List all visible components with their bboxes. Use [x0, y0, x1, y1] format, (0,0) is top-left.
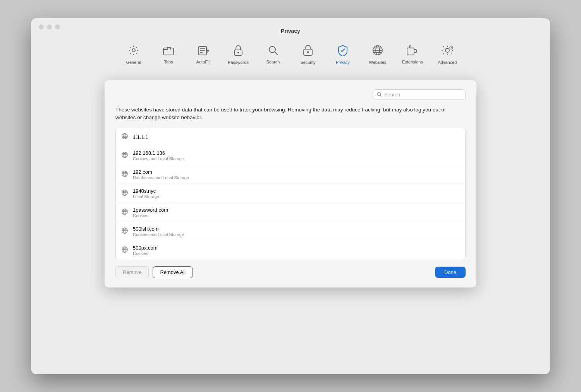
toolbar-item-advanced[interactable]: Advanced: [430, 42, 465, 67]
site-info: 500ish.comCookies and Local Storage: [133, 226, 184, 237]
toolbar-item-websites[interactable]: Websites: [360, 42, 395, 67]
toolbar-label-search: Search: [266, 60, 280, 64]
advanced-icon: [441, 45, 454, 58]
site-subtitle: Cookies: [133, 251, 158, 256]
window-title: Privacy: [281, 28, 300, 34]
list-item[interactable]: 192.comDatabases and Local Storage: [116, 165, 465, 184]
site-info: 1940s.nycLocal Storage: [133, 188, 159, 199]
site-name: 192.168.1.136: [133, 150, 184, 156]
toolbar-label-security: Security: [300, 60, 316, 65]
traffic-lights: [39, 24, 60, 29]
remove-all-button[interactable]: Remove All: [153, 266, 193, 278]
gear-icon: [128, 45, 139, 58]
toolbar-item-tabs[interactable]: Tabs: [151, 43, 186, 67]
svg-point-11: [307, 51, 309, 53]
security-icon: [303, 45, 313, 58]
toolbar-label-advanced: Advanced: [438, 60, 457, 65]
zoom-button[interactable]: [55, 24, 60, 29]
site-info: 192.comDatabases and Local Storage: [133, 169, 189, 180]
globe-icon: [121, 208, 128, 217]
toolbar: General Tabs Auto: [31, 38, 550, 72]
toolbar-item-privacy[interactable]: Privacy: [325, 42, 360, 67]
globe-icon: [121, 170, 128, 179]
site-name: 500ish.com: [133, 226, 184, 232]
site-name: 500px.com: [133, 245, 158, 251]
toolbar-item-security[interactable]: Security: [290, 42, 325, 67]
toolbar-label-passwords: Passwords: [228, 60, 249, 65]
done-button[interactable]: Done: [435, 267, 466, 278]
list-item[interactable]: 500px.comCookies: [116, 241, 465, 260]
globe-icon: [121, 151, 128, 160]
sites-list[interactable]: 1.1.1.1 192.168.1.136Cookies and Local S…: [115, 128, 466, 260]
search-input[interactable]: [384, 92, 461, 98]
site-subtitle: Databases and Local Storage: [133, 175, 189, 180]
site-info: 192.168.1.136Cookies and Local Storage: [133, 150, 184, 161]
list-item[interactable]: 1password.comCookies: [116, 203, 465, 222]
toolbar-label-tabs: Tabs: [164, 60, 173, 64]
passwords-icon: [234, 45, 243, 58]
list-item[interactable]: 500ish.comCookies and Local Storage: [116, 222, 465, 241]
site-info: 1password.comCookies: [133, 207, 168, 218]
site-subtitle: Local Storage: [133, 194, 159, 199]
toolbar-item-passwords[interactable]: Passwords: [221, 42, 256, 67]
toolbar-label-extensions: Extensions: [402, 60, 423, 64]
footer-right: Done: [435, 267, 466, 278]
browser-window: Privacy General Tabs: [31, 18, 550, 374]
svg-point-19: [450, 46, 453, 49]
toolbar-label-autofill: AutoFill: [196, 60, 211, 64]
site-name: 192.com: [133, 169, 189, 175]
content-area: These websites have stored data that can…: [31, 72, 550, 374]
remove-button[interactable]: Remove: [115, 266, 149, 278]
list-item[interactable]: 192.168.1.136Cookies and Local Storage: [116, 146, 465, 165]
search-toolbar-icon: [268, 45, 278, 58]
svg-point-18: [445, 48, 449, 52]
websites-icon: [372, 45, 383, 58]
globe-icon: [121, 189, 128, 198]
privacy-modal: These websites have stored data that can…: [105, 80, 476, 288]
site-info: 500px.comCookies: [133, 245, 158, 256]
search-box[interactable]: [373, 89, 466, 100]
toolbar-label-websites: Websites: [369, 60, 386, 65]
description-text: These websites have stored data that can…: [115, 106, 466, 122]
site-subtitle: Cookies: [133, 213, 168, 218]
toolbar-item-search[interactable]: Search: [256, 43, 290, 67]
modal-search-row: [115, 89, 466, 100]
extensions-icon: [406, 45, 419, 58]
site-subtitle: Cookies and Local Storage: [133, 156, 184, 161]
svg-line-21: [380, 95, 382, 96]
svg-point-20: [377, 92, 380, 96]
svg-rect-17: [407, 48, 414, 55]
toolbar-label-privacy: Privacy: [336, 60, 350, 65]
svg-point-7: [237, 52, 239, 53]
svg-point-0: [132, 49, 135, 52]
autofill-icon: [198, 45, 209, 58]
list-item[interactable]: 1940s.nycLocal Storage: [116, 184, 465, 203]
search-icon: [377, 92, 382, 97]
close-button[interactable]: [39, 24, 44, 29]
svg-line-9: [275, 52, 278, 55]
minimize-button[interactable]: [47, 24, 52, 29]
svg-point-8: [269, 46, 275, 53]
privacy-icon: [337, 45, 348, 58]
title-bar: Privacy: [31, 18, 550, 38]
svg-rect-1: [163, 48, 174, 55]
modal-footer: Remove Remove All Done: [115, 266, 466, 278]
site-name: 1.1.1.1: [133, 134, 148, 140]
site-name: 1password.com: [133, 207, 168, 213]
site-info: 1.1.1.1: [133, 134, 148, 140]
globe-icon: [121, 246, 128, 255]
globe-icon: [121, 227, 128, 236]
site-subtitle: Cookies and Local Storage: [133, 232, 184, 237]
globe-icon: [121, 133, 128, 141]
toolbar-label-general: General: [126, 60, 141, 65]
tabs-icon: [163, 45, 174, 58]
site-name: 1940s.nyc: [133, 188, 159, 194]
toolbar-item-general[interactable]: General: [116, 42, 151, 67]
toolbar-item-autofill[interactable]: AutoFill: [186, 43, 221, 67]
toolbar-item-extensions[interactable]: Extensions: [395, 43, 430, 67]
list-item[interactable]: 1.1.1.1: [116, 128, 465, 146]
